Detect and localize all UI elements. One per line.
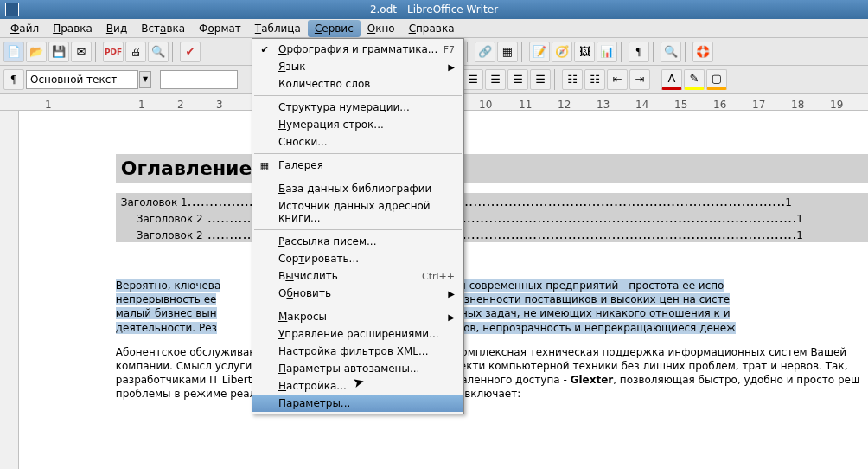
menu-refresh[interactable]: Обновить▶	[252, 285, 463, 302]
window-title: 2.odt - LibreOffice Writer	[0, 3, 868, 16]
menu-separator	[254, 177, 462, 177]
help-icon[interactable]: 🛟	[692, 42, 713, 62]
menu-table[interactable]: Таблица	[248, 20, 308, 37]
email-button[interactable]: ✉	[71, 42, 92, 62]
highlight-button[interactable]: ✎	[684, 69, 705, 90]
menu-separator	[254, 95, 462, 96]
open-button[interactable]: 📂	[26, 42, 47, 62]
menu-address-source[interactable]: Источник данных адресной книги...	[252, 197, 463, 227]
menu-gallery[interactable]: ▦ Галерея	[252, 157, 463, 174]
menu-xml-filter[interactable]: Настройка фильтров XML...	[252, 343, 463, 360]
chevron-right-icon: ▶	[448, 312, 455, 322]
spellcheck-icon: ✔	[258, 42, 271, 56]
toc-row: Заголовок 1.............................…	[116, 193, 868, 209]
menu-ext-manager[interactable]: Управление расширениями...	[252, 325, 463, 343]
menu-separator	[254, 153, 462, 154]
menu-footnotes[interactable]: Сноски...	[252, 133, 463, 151]
menu-language[interactable]: Язык▶	[252, 58, 463, 75]
toc-row: Заголовок 2 ............................…	[116, 226, 868, 242]
menu-macros[interactable]: Макросы▶	[252, 308, 463, 325]
styles-dropdown-button[interactable]: ¶	[3, 69, 24, 90]
numbering-button[interactable]: ☷	[562, 69, 583, 90]
spellcheck-button[interactable]: ✔	[180, 42, 201, 62]
save-button[interactable]: 💾	[48, 42, 69, 62]
datasource-button[interactable]: 📊	[597, 42, 617, 62]
menu-file[interactable]: Файл	[3, 20, 46, 37]
preview-button[interactable]: 🔍	[148, 42, 169, 62]
menu-service[interactable]: Сервис	[308, 20, 361, 37]
paragraph-style-combo[interactable]: Основной текст	[26, 70, 138, 89]
chevron-right-icon: ▶	[448, 289, 455, 299]
menu-view[interactable]: Вид	[99, 20, 134, 37]
font-color-button[interactable]: A	[661, 69, 682, 90]
align-right-button[interactable]: ☰	[507, 69, 528, 90]
service-menu-dropdown: ✔ Орфография и грамматика... F7 Язык▶ Ко…	[252, 38, 464, 414]
combo-arrow-icon[interactable]: ▼	[139, 71, 151, 88]
chevron-right-icon: ▶	[448, 62, 455, 72]
ruler-vertical[interactable]	[0, 111, 19, 469]
bullets-button[interactable]: ☷	[584, 69, 605, 90]
styles-button[interactable]: 📝	[529, 42, 550, 62]
font-name-combo[interactable]	[160, 70, 238, 89]
align-center-button[interactable]: ☰	[485, 69, 506, 90]
menu-separator	[254, 229, 462, 230]
bgcolor-button[interactable]: ▢	[706, 69, 727, 90]
menu-spelling[interactable]: ✔ Орфография и грамматика... F7	[252, 41, 463, 58]
print-button[interactable]: 🖨	[125, 42, 146, 62]
menu-format[interactable]: Формат	[192, 20, 248, 37]
menu-wordcount[interactable]: Количество слов	[252, 75, 463, 93]
menu-outline-numbering[interactable]: Структура нумерации...	[252, 99, 463, 116]
menu-bar: Файл Правка Вид Вставка Формат Таблица С…	[0, 19, 868, 38]
zoom-button[interactable]: 🔍	[661, 42, 681, 62]
align-left-button[interactable]: ☰	[463, 69, 483, 90]
body-paragraph: Абонентское обслуживание от IT Libertas …	[116, 345, 868, 402]
menu-window[interactable]: Окно	[361, 20, 402, 37]
menu-calculate[interactable]: ВычислитьCtrl++	[252, 267, 463, 285]
toc-row: Заголовок 2 ............................…	[116, 209, 868, 226]
menu-edit[interactable]: Правка	[46, 20, 99, 37]
indent-increase-button[interactable]: ⇥	[629, 69, 650, 90]
menu-help[interactable]: Справка	[402, 20, 462, 37]
menu-autocorrect[interactable]: Параметры автозамены...	[252, 360, 463, 377]
page: Оглавление Заголовок 1..................…	[116, 111, 868, 402]
indent-decrease-button[interactable]: ⇤	[607, 69, 628, 90]
navigator-button[interactable]: 🧭	[552, 42, 572, 62]
title-bar: 2.odt - LibreOffice Writer	[0, 0, 868, 19]
table-button[interactable]: ▦	[497, 42, 518, 62]
menu-sort[interactable]: Сортировать...	[252, 250, 463, 267]
menu-customize[interactable]: Настройка...	[252, 377, 463, 395]
new-button[interactable]: 📄	[3, 42, 24, 62]
menu-options[interactable]: Параметры...	[252, 395, 463, 412]
gallery-button[interactable]: 🖼	[574, 42, 595, 62]
pdf-button[interactable]: PDF	[103, 42, 124, 62]
menu-line-numbering[interactable]: Нумерация строк...	[252, 116, 463, 133]
body-paragraph: Вероятно, ключевауктуры современных пред…	[116, 279, 868, 335]
menu-separator	[254, 305, 462, 305]
menu-mailmerge[interactable]: Рассылка писем...	[252, 233, 463, 250]
align-justify-button[interactable]: ☰	[530, 69, 551, 90]
menu-bibliography-db[interactable]: База данных библиографии	[252, 180, 463, 197]
toc-divider	[116, 183, 868, 193]
toc-container: Оглавление Заголовок 1..................…	[116, 154, 868, 242]
gallery-icon: ▦	[258, 158, 271, 172]
toc-title: Оглавление	[116, 154, 868, 183]
hyperlink-button[interactable]: 🔗	[475, 42, 495, 62]
nonprint-button[interactable]: ¶	[629, 42, 649, 62]
menu-insert[interactable]: Вставка	[134, 20, 192, 37]
